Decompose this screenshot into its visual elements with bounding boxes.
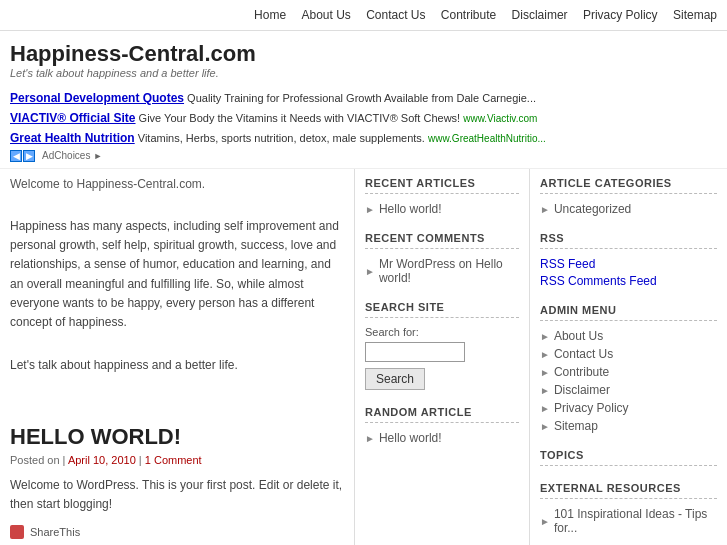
arrow-icon: ► bbox=[540, 367, 550, 378]
ad-text-3: Vitamins, Herbs, sports nutrition, detox… bbox=[138, 132, 425, 144]
nav-privacy[interactable]: Privacy Policy bbox=[583, 8, 658, 22]
nav-disclaimer[interactable]: Disclaimer bbox=[512, 8, 568, 22]
admin-sitemap-link[interactable]: Sitemap bbox=[554, 419, 598, 433]
recent-articles-heading: RECENT ARTICLES bbox=[365, 177, 519, 194]
ad-link-3[interactable]: Great Health Nutrition bbox=[10, 131, 135, 145]
share-row: ShareThis bbox=[10, 525, 344, 539]
ad-link-1[interactable]: Personal Development Quotes bbox=[10, 91, 184, 105]
category-item-link-1[interactable]: Uncategorized bbox=[554, 202, 631, 216]
search-label: Search for: bbox=[365, 326, 519, 338]
admin-about-item: ► About Us bbox=[540, 329, 717, 343]
external-item-1: ► 101 Inspirational Ideas - Tips for... bbox=[540, 507, 717, 535]
top-navigation: Home About Us Contact Us Contribute Disc… bbox=[0, 0, 727, 31]
external-resources-heading: EXTERNAL RESOURCES bbox=[540, 482, 717, 499]
site-title: Happiness-Central.com bbox=[10, 41, 717, 67]
nav-arrows: ◀ ▶ bbox=[10, 150, 35, 162]
admin-about-link[interactable]: About Us bbox=[554, 329, 603, 343]
article-categories-section: ARTICLE CATEGORIES ► Uncategorized bbox=[540, 177, 717, 216]
middle-sidebar: RECENT ARTICLES ► Hello world! RECENT CO… bbox=[355, 169, 530, 545]
ad-text-2: Give Your Body the Vitamins it Needs wit… bbox=[139, 112, 461, 124]
recent-articles-section: RECENT ARTICLES ► Hello world! bbox=[365, 177, 519, 216]
rss-feed-item: RSS Feed bbox=[540, 257, 717, 271]
ad-row-3: Great Health Nutrition Vitamins, Herbs, … bbox=[10, 129, 717, 147]
random-article-link-1[interactable]: Hello world! bbox=[379, 431, 442, 445]
share-this-link[interactable]: ShareThis bbox=[30, 526, 80, 538]
ad-url-3: www.GreatHealthNutritio... bbox=[428, 133, 546, 144]
ad-url-2: www.Viactiv.com bbox=[463, 113, 537, 124]
external-resources-section: EXTERNAL RESOURCES ► 101 Inspirational I… bbox=[540, 482, 717, 535]
arrow-icon: ► bbox=[540, 516, 550, 527]
recent-article-item-1: ► Hello world! bbox=[365, 202, 519, 216]
admin-contact-link[interactable]: Contact Us bbox=[554, 347, 613, 361]
rss-comments-link[interactable]: RSS Comments Feed bbox=[540, 274, 657, 288]
search-heading: SEARCH SITE bbox=[365, 301, 519, 318]
rss-heading: RSS bbox=[540, 232, 717, 249]
arrow-icon: ► bbox=[540, 421, 550, 432]
post-content: Welcome to WordPress. This is your first… bbox=[10, 476, 344, 514]
recent-article-link-1[interactable]: Hello world! bbox=[379, 202, 442, 216]
admin-disclaimer-item: ► Disclaimer bbox=[540, 383, 717, 397]
recent-comments-section: RECENT COMMENTS ► Mr WordPress on Hello … bbox=[365, 232, 519, 285]
welcome-text: Welcome to Happiness-Central.com. bbox=[10, 177, 344, 191]
adchoices-arrow-icon: ► bbox=[93, 151, 102, 161]
post-comments-link[interactable]: 1 Comment bbox=[145, 454, 202, 466]
ad-choices-row: ◀ ▶ AdChoices ► bbox=[10, 149, 717, 162]
ad-banner: Personal Development Quotes Quality Trai… bbox=[0, 85, 727, 169]
arrow-left-icon[interactable]: ◀ bbox=[10, 150, 22, 162]
ad-row-2: VIACTIV® Official Site Give Your Body th… bbox=[10, 109, 717, 127]
arrow-right-icon[interactable]: ▶ bbox=[23, 150, 35, 162]
ad-row-1: Personal Development Quotes Quality Trai… bbox=[10, 89, 717, 107]
rss-comments-item: RSS Comments Feed bbox=[540, 274, 717, 288]
nav-sitemap[interactable]: Sitemap bbox=[673, 8, 717, 22]
post-date-link[interactable]: April 10, 2010 bbox=[68, 454, 136, 466]
rss-feed-link[interactable]: RSS Feed bbox=[540, 257, 595, 271]
topics-heading: TOPICS bbox=[540, 449, 717, 466]
arrow-icon: ► bbox=[365, 204, 375, 215]
site-header: Happiness-Central.com Let's talk about h… bbox=[0, 31, 727, 85]
external-link-1[interactable]: 101 Inspirational Ideas - Tips for... bbox=[554, 507, 717, 535]
arrow-icon: ► bbox=[540, 204, 550, 215]
arrow-icon: ► bbox=[540, 385, 550, 396]
random-article-section: RANDOM ARTICLE ► Hello world! bbox=[365, 406, 519, 445]
admin-privacy-link[interactable]: Privacy Policy bbox=[554, 401, 629, 415]
admin-contribute-item: ► Contribute bbox=[540, 365, 717, 379]
nav-about[interactable]: About Us bbox=[301, 8, 350, 22]
random-article-item-1: ► Hello world! bbox=[365, 431, 519, 445]
arrow-icon: ► bbox=[365, 266, 375, 277]
arrow-icon: ► bbox=[540, 349, 550, 360]
random-article-heading: RANDOM ARTICLE bbox=[365, 406, 519, 423]
post-meta: Posted on | April 10, 2010 | 1 Comment bbox=[10, 454, 344, 466]
arrow-icon: ► bbox=[365, 433, 375, 444]
article-categories-heading: ARTICLE CATEGORIES bbox=[540, 177, 717, 194]
nav-home[interactable]: Home bbox=[254, 8, 286, 22]
intro-text: Happiness has many aspects, including se… bbox=[10, 217, 344, 332]
adchoices-label: AdChoices bbox=[42, 150, 90, 161]
arrow-icon: ► bbox=[540, 331, 550, 342]
recent-comment-link-1[interactable]: Mr WordPress on Hello world! bbox=[379, 257, 519, 285]
post-meta-prefix: Posted on | bbox=[10, 454, 65, 466]
ad-text-1: Quality Training for Professional Growth… bbox=[187, 92, 536, 104]
ad-link-2[interactable]: VIACTIV® Official Site bbox=[10, 111, 136, 125]
topics-section: TOPICS bbox=[540, 449, 717, 466]
content-column: Welcome to Happiness-Central.com. Happin… bbox=[0, 169, 355, 545]
admin-privacy-item: ► Privacy Policy bbox=[540, 401, 717, 415]
site-tagline: Let's talk about happiness and a better … bbox=[10, 67, 717, 79]
arrow-icon: ► bbox=[540, 403, 550, 414]
category-item-1: ► Uncategorized bbox=[540, 202, 717, 216]
nav-contact[interactable]: Contact Us bbox=[366, 8, 425, 22]
nav-contribute[interactable]: Contribute bbox=[441, 8, 496, 22]
search-section: SEARCH SITE Search for: Search bbox=[365, 301, 519, 390]
search-input[interactable] bbox=[365, 342, 465, 362]
rss-section: RSS RSS Feed RSS Comments Feed bbox=[540, 232, 717, 288]
admin-menu-section: ADMIN MENU ► About Us ► Contact Us ► Con… bbox=[540, 304, 717, 433]
admin-contribute-link[interactable]: Contribute bbox=[554, 365, 609, 379]
main-layout: Welcome to Happiness-Central.com. Happin… bbox=[0, 169, 727, 545]
share-icon bbox=[10, 525, 24, 539]
admin-sitemap-item: ► Sitemap bbox=[540, 419, 717, 433]
recent-comment-item-1: ► Mr WordPress on Hello world! bbox=[365, 257, 519, 285]
search-button[interactable]: Search bbox=[365, 368, 425, 390]
admin-contact-item: ► Contact Us bbox=[540, 347, 717, 361]
tagline-text: Let's talk about happiness and a better … bbox=[10, 358, 344, 372]
admin-disclaimer-link[interactable]: Disclaimer bbox=[554, 383, 610, 397]
recent-comments-heading: RECENT COMMENTS bbox=[365, 232, 519, 249]
